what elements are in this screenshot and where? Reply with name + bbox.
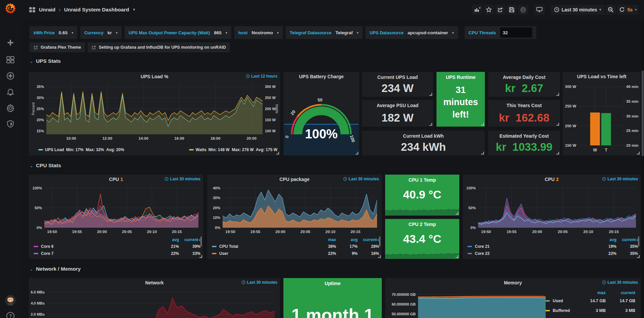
gauge-tick-20: 20 bbox=[289, 109, 296, 116]
variable-ups-datasource[interactable]: UPS Datasource apcupsd-container ▾ bbox=[366, 26, 458, 39]
battery-gauge[interactable]: 0 20 50 100 100% bbox=[283, 81, 359, 155]
legend-value: 38% bbox=[315, 244, 336, 249]
legend-header-avg[interactable]: avg bbox=[157, 237, 179, 242]
network-chart[interactable]: 2.0 MBs4.0 MBs6.0 MBs bbox=[31, 287, 278, 318]
legend-header-current[interactable]: current▾ bbox=[358, 237, 379, 242]
variable-currency[interactable]: Currency kr ▾ bbox=[80, 26, 122, 39]
variable-telegraf-datasource[interactable]: Telegraf Datasource Telegraf ▾ bbox=[286, 26, 363, 39]
legend-series[interactable]: Used bbox=[545, 299, 576, 303]
legend-header-avg[interactable]: avg bbox=[336, 237, 358, 242]
legend-series[interactable]: Core 7 bbox=[34, 251, 157, 256]
panel-title[interactable]: CPU 2 Temp bbox=[385, 219, 459, 228]
panel-title[interactable]: Current Load kWh bbox=[362, 131, 485, 139]
save-button[interactable] bbox=[507, 5, 517, 15]
panel-title[interactable]: Average Daily Cost bbox=[488, 72, 560, 81]
panel-title[interactable]: Average PSU Load bbox=[362, 100, 433, 109]
cpu1-chart[interactable]: 0%50%100%19:5019:5520:0020:0520:1020:15 bbox=[31, 184, 201, 234]
panel-time-override[interactable]: Last 30 minutes bbox=[602, 177, 638, 181]
section-ups-stats[interactable]: ⌄ UPS Stats bbox=[30, 58, 61, 64]
svg-text:70.000000 GB: 70.000000 GB bbox=[392, 292, 416, 297]
legend-header-max[interactable]: max bbox=[315, 237, 336, 242]
dashboard-caret-icon[interactable]: ▾ bbox=[133, 7, 135, 12]
grafana-logo-icon[interactable] bbox=[4, 2, 17, 15]
panel-time-override[interactable]: Last 30 minutes bbox=[165, 177, 200, 181]
section-network-memory[interactable]: ⌄ Network / Memory bbox=[30, 266, 81, 272]
zoom-out-button[interactable] bbox=[606, 5, 616, 15]
breadcrumb-root[interactable]: Unraid bbox=[39, 7, 55, 13]
legend-series[interactable]: Core 6 bbox=[34, 244, 157, 249]
panel-time-override[interactable]: Last 30 minutes bbox=[602, 280, 638, 285]
legend-header-max[interactable]: max bbox=[576, 290, 606, 295]
panel-title[interactable]: Current UPS Load bbox=[362, 72, 433, 81]
legend-series[interactable]: CPU Total bbox=[212, 244, 315, 249]
link-grafana-plex-theme[interactable]: Grafana Plex Theme bbox=[30, 42, 85, 52]
legend-header-row: max current bbox=[545, 289, 635, 296]
create-icon[interactable] bbox=[6, 38, 15, 47]
page-scrollbar-thumb[interactable] bbox=[642, 71, 644, 156]
dashboard-settings-button[interactable] bbox=[518, 5, 528, 15]
cpu-package-legend: max avg current▾ CPU Total 38% 17% 28% U… bbox=[212, 236, 379, 257]
cpu-package-chart[interactable]: 0%10%20%30%40%19:5019:5520:0020:0520:102… bbox=[209, 184, 380, 234]
ups-vs-time-chart[interactable]: 150 W200 W250 W300 W20 min25 min30 min35… bbox=[563, 81, 641, 155]
panel-title[interactable]: Uptime bbox=[283, 278, 382, 287]
ups-load-chart[interactable]: 15%20%25%30%35%100 W150 W200 W250 W300 W… bbox=[31, 81, 278, 141]
breadcrumb-current[interactable]: Unraid System Dashboard bbox=[64, 7, 129, 13]
star-button[interactable] bbox=[484, 5, 494, 15]
panel-time-override[interactable]: Last 30 minutes bbox=[241, 280, 277, 285]
legend-value: 14.7 GB bbox=[576, 299, 606, 303]
variable-kwh-price[interactable]: kWh Price 0.65 ▾ bbox=[30, 26, 77, 39]
alerting-bell-icon[interactable] bbox=[6, 88, 15, 97]
refresh-caret-icon[interactable]: ▾ bbox=[635, 8, 637, 11]
legend-header-current[interactable]: current bbox=[606, 290, 635, 295]
legend-series[interactable]: Core 21 bbox=[467, 244, 595, 249]
legend-item-watts[interactable]: Watts Min: 148 W Max: 278 W Avg: 175 W bbox=[189, 147, 277, 152]
link-ups-monitoring-guide[interactable]: Setting up Grafana and InfluxDB for UPS … bbox=[88, 42, 230, 52]
user-avatar[interactable] bbox=[5, 295, 16, 306]
legend-series[interactable]: User bbox=[212, 251, 315, 256]
variable-label: UPS Datasource bbox=[370, 30, 404, 35]
panel-title[interactable]: UPS Load vs Time left bbox=[563, 72, 641, 81]
page-scrollbar[interactable] bbox=[641, 0, 644, 318]
panel-title[interactable]: CPU 1 Temp bbox=[385, 175, 459, 183]
variable-host[interactable]: host Nostromo ▾ bbox=[234, 26, 283, 39]
share-button[interactable] bbox=[495, 5, 505, 15]
kiosk-monitor-button[interactable] bbox=[534, 5, 545, 15]
svg-text:10:00: 10:00 bbox=[66, 136, 76, 140]
cpu-threads-input[interactable] bbox=[500, 28, 532, 38]
legend-series[interactable]: Buffered bbox=[545, 308, 576, 313]
legend-header-avg[interactable]: avg bbox=[595, 237, 616, 242]
explore-icon[interactable] bbox=[6, 71, 15, 81]
legend-item-ups-load[interactable]: UPS Load Min: 17% Max: 32% Avg: 20% bbox=[38, 147, 124, 152]
help-icon[interactable]: ? bbox=[6, 311, 15, 318]
section-cpu-stats[interactable]: ⌄ CPU Stats bbox=[30, 163, 61, 169]
legend-header-current[interactable]: current▾ bbox=[616, 237, 638, 242]
dashboards-icon[interactable] bbox=[6, 55, 15, 64]
svg-text:40%: 40% bbox=[213, 186, 220, 190]
variable-ups-max-watt[interactable]: UPS Max Output Power Capacity (Watt) 865… bbox=[125, 26, 231, 39]
refresh-interval-label[interactable]: 5s bbox=[627, 7, 633, 12]
configuration-gear-icon[interactable] bbox=[6, 103, 15, 113]
refresh-button[interactable]: 5s ▾ bbox=[617, 5, 639, 15]
panel-title[interactable]: UPS Runtime bbox=[436, 72, 485, 81]
panel-time-override[interactable]: Last 30 minutes bbox=[343, 177, 379, 181]
legend-header-current[interactable]: current▾ bbox=[179, 237, 200, 242]
cpu2-chart[interactable]: 0%50%100%19:5019:5520:0020:0520:1020:15 bbox=[465, 184, 639, 234]
time-range-label: Last 30 minutes bbox=[562, 7, 597, 12]
legend-series[interactable]: Core 23 bbox=[467, 251, 595, 256]
panel-title[interactable]: UPS Load % bbox=[29, 72, 280, 81]
panel-title[interactable]: This Years Cost bbox=[488, 100, 560, 109]
caret-down-icon: ▾ bbox=[72, 31, 73, 35]
svg-text:200 W: 200 W bbox=[565, 124, 576, 128]
legend-swatch bbox=[38, 149, 43, 150]
legend-scrollbar[interactable] bbox=[638, 236, 639, 246]
panel-title[interactable]: UPS Battery Charge bbox=[283, 72, 359, 81]
stat-value: kr 1033.99 bbox=[488, 141, 560, 153]
legend-scrollbar[interactable] bbox=[200, 236, 202, 246]
panel-time-override[interactable]: Last 12 hours bbox=[246, 74, 277, 79]
server-admin-shield-icon[interactable] bbox=[6, 119, 15, 129]
time-range-picker[interactable]: Last 30 minutes ▾ bbox=[551, 5, 605, 15]
legend-scrollbar[interactable] bbox=[379, 236, 380, 246]
add-panel-button[interactable] bbox=[472, 5, 482, 15]
memory-chart[interactable]: 50.000000 GB60.000000 GB70.000000 GB bbox=[387, 287, 548, 318]
panel-title[interactable]: Estimated Yearly Cost bbox=[488, 131, 560, 139]
